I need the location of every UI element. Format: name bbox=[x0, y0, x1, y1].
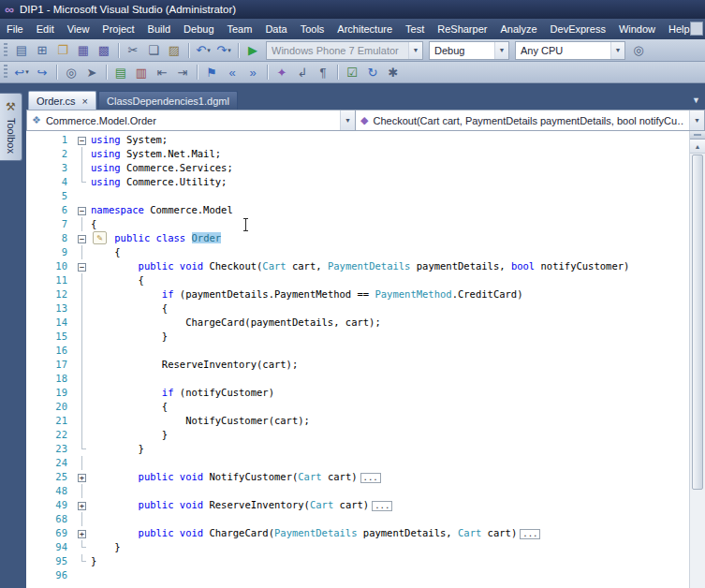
code-line-18[interactable]: 18 bbox=[26, 372, 689, 386]
code-line-69[interactable]: 69+ public void ChargeCard(PaymentDetail… bbox=[26, 526, 689, 540]
code-line-95[interactable]: 95} bbox=[26, 554, 689, 568]
code-editor[interactable]: 1−using System;2using System.Net.Mail;3u… bbox=[26, 131, 689, 588]
comment-selection-icon[interactable]: ▤ bbox=[110, 63, 131, 81]
menu-build[interactable]: Build bbox=[141, 19, 177, 39]
code-line-20[interactable]: 20 { bbox=[26, 400, 689, 414]
go-to-definition-icon[interactable]: ➤ bbox=[81, 63, 102, 81]
code-line-17[interactable]: 17 ReserveInventory(cart); bbox=[26, 358, 689, 372]
uncomment-selection-icon[interactable]: ▥ bbox=[131, 63, 152, 81]
menu-file[interactable]: File bbox=[0, 19, 30, 39]
chevron-down-icon[interactable]: ▼ bbox=[610, 42, 624, 59]
chevron-down-icon[interactable]: ▼ bbox=[494, 42, 508, 59]
navigate-forward-icon[interactable]: ↪ bbox=[32, 63, 52, 81]
code-line-48[interactable]: 48 bbox=[26, 484, 689, 498]
menu-resharper[interactable]: ReSharper bbox=[431, 19, 493, 39]
code-line-2[interactable]: 2using System.Net.Mail; bbox=[26, 147, 689, 161]
code-line-68[interactable]: 68 bbox=[26, 512, 689, 526]
collapsed-region-box[interactable]: ... bbox=[372, 501, 392, 511]
code-line-21[interactable]: 21 NotifyCustomer(cart); bbox=[26, 414, 689, 428]
toolbar-grip[interactable] bbox=[4, 43, 7, 58]
navigate-backward-icon[interactable]: ↩▾ bbox=[11, 63, 32, 81]
code-line-23[interactable]: 23 } bbox=[26, 442, 689, 456]
solution-configuration-combo[interactable]: Debug▼ bbox=[429, 41, 509, 60]
editor-split-handle[interactable] bbox=[690, 131, 705, 140]
code-line-13[interactable]: 13 { bbox=[26, 301, 689, 316]
code-line-96[interactable]: 96 bbox=[26, 568, 689, 582]
menu-team[interactable]: Team bbox=[221, 19, 259, 39]
code-line-24[interactable]: 24 bbox=[26, 456, 689, 470]
save-icon[interactable]: ▦ bbox=[73, 41, 94, 60]
toolbox-autohide-tab[interactable]: ⚒ Toolbox bbox=[0, 93, 22, 161]
tab-classdependencies1-dgml[interactable]: ClassDependencies1.dgml bbox=[98, 91, 238, 110]
code-line-25[interactable]: 25+ public void NotifyCustomer(Cart cart… bbox=[26, 470, 689, 484]
save-all-icon[interactable]: ▩ bbox=[94, 41, 114, 60]
fold-collapse-icon[interactable]: − bbox=[75, 203, 91, 217]
code-line-16[interactable]: 16 bbox=[26, 344, 689, 358]
deployment-target-combo[interactable]: Windows Phone 7 Emulator▼ bbox=[266, 41, 423, 60]
code-line-19[interactable]: 19 if (notifyCustomer) bbox=[26, 386, 689, 400]
fold-collapse-icon[interactable]: − bbox=[75, 259, 91, 273]
collapsed-region-box[interactable]: ... bbox=[360, 473, 381, 483]
show-whitespace-icon[interactable]: ¶ bbox=[313, 63, 333, 81]
new-project-icon[interactable]: ▤ bbox=[11, 41, 32, 60]
code-inspection-icon[interactable]: ☑ bbox=[342, 63, 362, 81]
code-line-8[interactable]: ✎8− public class Order bbox=[26, 231, 689, 245]
code-line-15[interactable]: 15 } bbox=[26, 330, 689, 344]
types-dropdown[interactable]: ❖ Commerce.Model.Order ▼ bbox=[26, 110, 356, 131]
scroll-up-arrow[interactable]: ▲ bbox=[690, 140, 705, 154]
paste-icon[interactable]: ▨ bbox=[164, 41, 184, 60]
collapsed-region-box[interactable]: ... bbox=[520, 529, 540, 539]
menu-debug[interactable]: Debug bbox=[177, 19, 220, 39]
menu-architecture[interactable]: Architecture bbox=[330, 19, 399, 39]
next-bookmark-icon[interactable]: » bbox=[242, 63, 263, 81]
previous-bookmark-icon[interactable]: « bbox=[222, 63, 242, 81]
menu-devexpress[interactable]: DevExpress bbox=[544, 19, 612, 39]
start-debugging-icon[interactable]: ▶ bbox=[242, 41, 263, 60]
code-line-49[interactable]: 49+ public void ReserveInventory(Cart ca… bbox=[26, 498, 689, 512]
title-bar[interactable]: ∞ DIP1 - Microsoft Visual Studio (Admini… bbox=[0, 0, 705, 19]
fold-collapse-icon[interactable]: − bbox=[75, 133, 91, 147]
code-line-7[interactable]: 7{ bbox=[26, 217, 689, 231]
fold-expand-icon[interactable]: + bbox=[75, 470, 91, 484]
menu-view[interactable]: View bbox=[61, 19, 96, 39]
code-line-22[interactable]: 22 } bbox=[26, 428, 689, 442]
menu-test[interactable]: Test bbox=[399, 19, 431, 39]
menu-data[interactable]: Data bbox=[258, 19, 293, 39]
options-icon[interactable]: ✱ bbox=[383, 63, 404, 81]
fold-expand-icon[interactable]: + bbox=[75, 498, 91, 512]
code-line-94[interactable]: 94 } bbox=[26, 540, 689, 554]
code-line-1[interactable]: 1−using System; bbox=[26, 133, 689, 147]
code-line-5[interactable]: 5 bbox=[26, 189, 689, 203]
decrease-indent-icon[interactable]: ⇤ bbox=[152, 63, 172, 81]
redo-icon[interactable]: ↷▾ bbox=[213, 41, 234, 60]
fold-expand-icon[interactable]: + bbox=[75, 526, 91, 540]
code-line-14[interactable]: 14 ChargeCard(paymentDetails, cart); bbox=[26, 316, 689, 330]
chevron-down-icon[interactable]: ▾ bbox=[25, 68, 29, 76]
fold-collapse-icon[interactable]: − bbox=[75, 231, 91, 245]
undo-icon[interactable]: ↶▾ bbox=[193, 41, 213, 60]
menu-tools[interactable]: Tools bbox=[294, 19, 331, 39]
chevron-down-icon[interactable]: ▾ bbox=[207, 47, 211, 54]
find-icon[interactable]: ◎ bbox=[628, 41, 649, 60]
vertical-scrollbar[interactable]: ▲ bbox=[689, 131, 705, 588]
chevron-down-icon[interactable]: ▾ bbox=[228, 47, 231, 54]
toolbar-grip[interactable] bbox=[4, 65, 7, 80]
find-symbol-icon[interactable]: ◎ bbox=[61, 63, 81, 81]
quick-info-icon[interactable]: ✦ bbox=[272, 63, 292, 81]
code-line-6[interactable]: 6−namespace Commerce.Model bbox=[26, 203, 689, 217]
add-item-icon[interactable]: ⊞ bbox=[32, 41, 52, 60]
code-line-4[interactable]: 4using Commerce.Utility; bbox=[26, 175, 689, 189]
menu-overflow-button[interactable] bbox=[690, 22, 703, 36]
refresh-icon[interactable]: ↻ bbox=[362, 63, 383, 81]
close-icon[interactable]: × bbox=[82, 96, 88, 107]
code-line-11[interactable]: 11 { bbox=[26, 273, 689, 287]
code-line-9[interactable]: 9 { bbox=[26, 245, 689, 259]
word-wrap-icon[interactable]: ↲ bbox=[292, 63, 313, 81]
chevron-down-icon[interactable]: ▼ bbox=[408, 42, 422, 59]
increase-indent-icon[interactable]: ⇥ bbox=[172, 63, 193, 81]
code-line-3[interactable]: 3using Commerce.Services; bbox=[26, 161, 689, 175]
open-file-icon[interactable]: ❐ bbox=[52, 41, 73, 60]
menu-window[interactable]: Window bbox=[612, 19, 662, 39]
scrollbar-thumb[interactable] bbox=[692, 154, 703, 490]
menu-edit[interactable]: Edit bbox=[30, 19, 61, 39]
